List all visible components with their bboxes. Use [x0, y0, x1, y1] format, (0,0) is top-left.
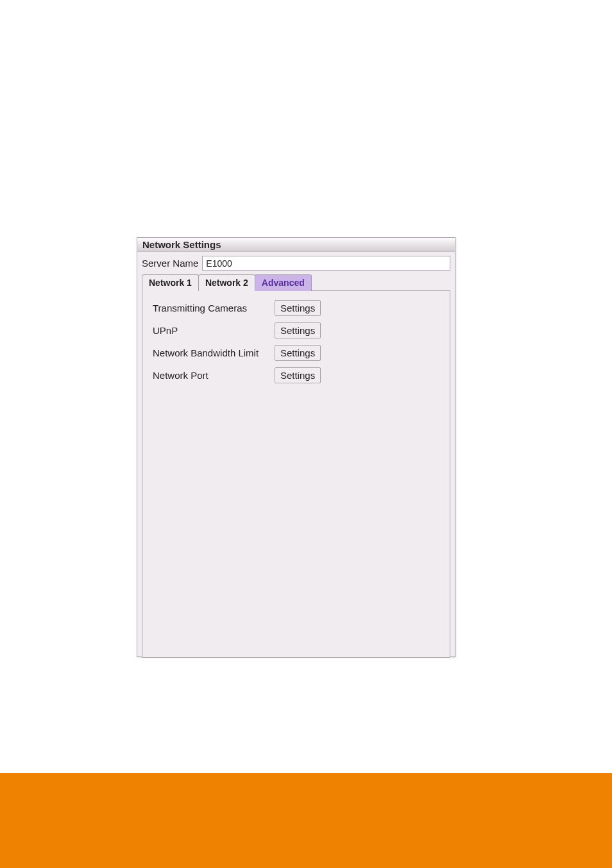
- footer-bar: [0, 773, 612, 868]
- panel-title: Network Settings: [142, 239, 221, 250]
- tab-network-2[interactable]: Network 2: [198, 274, 255, 291]
- network-port-settings-button[interactable]: Settings: [275, 367, 321, 383]
- panel-header: Network Settings: [137, 238, 455, 252]
- server-name-row: Server Name: [137, 252, 455, 274]
- tab-network-1[interactable]: Network 1: [142, 274, 199, 291]
- server-name-label: Server Name: [142, 258, 198, 269]
- network-settings-panel: Network Settings Server Name Network 1 N…: [137, 237, 455, 657]
- setting-row-transmitting-cameras: Transmitting Cameras Settings: [153, 300, 439, 316]
- bandwidth-limit-label: Network Bandwidth Limit: [153, 347, 275, 358]
- transmitting-cameras-label: Transmitting Cameras: [153, 303, 275, 313]
- tab-advanced[interactable]: Advanced: [255, 274, 312, 291]
- tabs-bar: Network 1 Network 2 Advanced: [142, 274, 450, 291]
- tab-content-advanced: Transmitting Cameras Settings UPnP Setti…: [142, 290, 450, 658]
- upnp-label: UPnP: [153, 325, 275, 336]
- setting-row-network-port: Network Port Settings: [153, 367, 439, 383]
- bandwidth-limit-settings-button[interactable]: Settings: [275, 345, 321, 361]
- setting-row-bandwidth-limit: Network Bandwidth Limit Settings: [153, 345, 439, 361]
- server-name-input[interactable]: [202, 256, 450, 271]
- network-port-label: Network Port: [153, 370, 275, 381]
- transmitting-cameras-settings-button[interactable]: Settings: [275, 300, 321, 316]
- tabs-container: Network 1 Network 2 Advanced Transmittin…: [137, 274, 455, 662]
- upnp-settings-button[interactable]: Settings: [275, 322, 321, 338]
- setting-row-upnp: UPnP Settings: [153, 322, 439, 338]
